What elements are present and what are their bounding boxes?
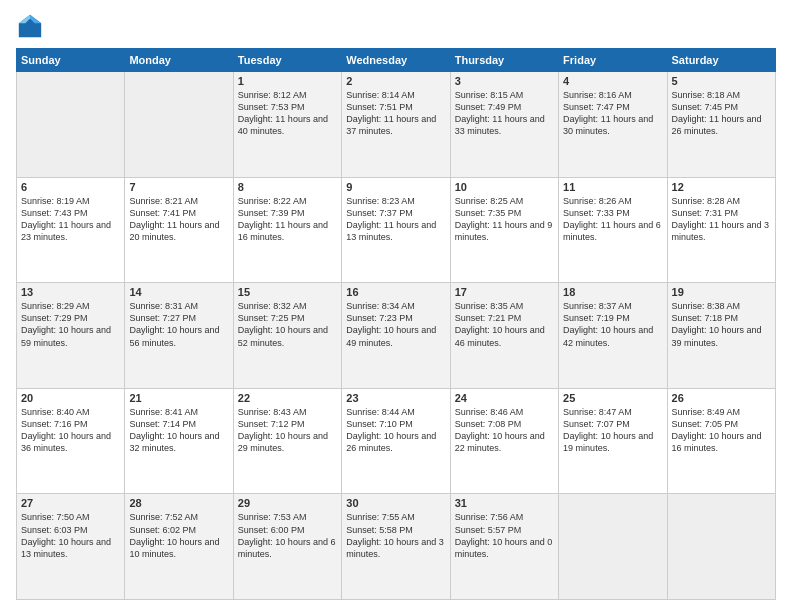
day-number: 9 (346, 181, 445, 193)
calendar-cell: 9Sunrise: 8:23 AMSunset: 7:37 PMDaylight… (342, 177, 450, 283)
day-info: Sunrise: 8:46 AMSunset: 7:08 PMDaylight:… (455, 406, 554, 455)
calendar-cell: 21Sunrise: 8:41 AMSunset: 7:14 PMDayligh… (125, 388, 233, 494)
day-info: Sunrise: 8:18 AMSunset: 7:45 PMDaylight:… (672, 89, 771, 138)
day-number: 10 (455, 181, 554, 193)
day-info: Sunrise: 8:31 AMSunset: 7:27 PMDaylight:… (129, 300, 228, 349)
day-number: 16 (346, 286, 445, 298)
calendar-cell: 18Sunrise: 8:37 AMSunset: 7:19 PMDayligh… (559, 283, 667, 389)
day-number: 31 (455, 497, 554, 509)
day-number: 13 (21, 286, 120, 298)
day-number: 2 (346, 75, 445, 87)
day-number: 20 (21, 392, 120, 404)
page: SundayMondayTuesdayWednesdayThursdayFrid… (0, 0, 792, 612)
day-info: Sunrise: 7:55 AMSunset: 5:58 PMDaylight:… (346, 511, 445, 560)
day-number: 6 (21, 181, 120, 193)
day-info: Sunrise: 8:44 AMSunset: 7:10 PMDaylight:… (346, 406, 445, 455)
day-info: Sunrise: 8:41 AMSunset: 7:14 PMDaylight:… (129, 406, 228, 455)
calendar-cell: 13Sunrise: 8:29 AMSunset: 7:29 PMDayligh… (17, 283, 125, 389)
calendar-row: 1Sunrise: 8:12 AMSunset: 7:53 PMDaylight… (17, 72, 776, 178)
day-number: 24 (455, 392, 554, 404)
day-number: 1 (238, 75, 337, 87)
calendar-cell: 10Sunrise: 8:25 AMSunset: 7:35 PMDayligh… (450, 177, 558, 283)
calendar-cell: 5Sunrise: 8:18 AMSunset: 7:45 PMDaylight… (667, 72, 775, 178)
day-info: Sunrise: 8:28 AMSunset: 7:31 PMDaylight:… (672, 195, 771, 244)
weekday-header: Tuesday (233, 49, 341, 72)
calendar-cell (17, 72, 125, 178)
calendar-cell: 4Sunrise: 8:16 AMSunset: 7:47 PMDaylight… (559, 72, 667, 178)
day-info: Sunrise: 8:49 AMSunset: 7:05 PMDaylight:… (672, 406, 771, 455)
weekday-header: Thursday (450, 49, 558, 72)
day-info: Sunrise: 8:38 AMSunset: 7:18 PMDaylight:… (672, 300, 771, 349)
calendar-cell: 26Sunrise: 8:49 AMSunset: 7:05 PMDayligh… (667, 388, 775, 494)
calendar-cell: 14Sunrise: 8:31 AMSunset: 7:27 PMDayligh… (125, 283, 233, 389)
calendar-cell: 12Sunrise: 8:28 AMSunset: 7:31 PMDayligh… (667, 177, 775, 283)
calendar-cell: 16Sunrise: 8:34 AMSunset: 7:23 PMDayligh… (342, 283, 450, 389)
calendar-cell: 20Sunrise: 8:40 AMSunset: 7:16 PMDayligh… (17, 388, 125, 494)
day-info: Sunrise: 8:32 AMSunset: 7:25 PMDaylight:… (238, 300, 337, 349)
day-info: Sunrise: 8:16 AMSunset: 7:47 PMDaylight:… (563, 89, 662, 138)
day-info: Sunrise: 8:47 AMSunset: 7:07 PMDaylight:… (563, 406, 662, 455)
calendar-cell: 11Sunrise: 8:26 AMSunset: 7:33 PMDayligh… (559, 177, 667, 283)
day-info: Sunrise: 8:21 AMSunset: 7:41 PMDaylight:… (129, 195, 228, 244)
day-number: 25 (563, 392, 662, 404)
day-info: Sunrise: 8:25 AMSunset: 7:35 PMDaylight:… (455, 195, 554, 244)
day-info: Sunrise: 8:37 AMSunset: 7:19 PMDaylight:… (563, 300, 662, 349)
day-number: 17 (455, 286, 554, 298)
calendar-cell: 25Sunrise: 8:47 AMSunset: 7:07 PMDayligh… (559, 388, 667, 494)
calendar-cell: 2Sunrise: 8:14 AMSunset: 7:51 PMDaylight… (342, 72, 450, 178)
calendar-cell: 30Sunrise: 7:55 AMSunset: 5:58 PMDayligh… (342, 494, 450, 600)
calendar-cell (125, 72, 233, 178)
calendar-cell: 8Sunrise: 8:22 AMSunset: 7:39 PMDaylight… (233, 177, 341, 283)
day-number: 8 (238, 181, 337, 193)
day-info: Sunrise: 8:19 AMSunset: 7:43 PMDaylight:… (21, 195, 120, 244)
day-info: Sunrise: 8:15 AMSunset: 7:49 PMDaylight:… (455, 89, 554, 138)
logo-icon (16, 12, 44, 40)
day-info: Sunrise: 8:43 AMSunset: 7:12 PMDaylight:… (238, 406, 337, 455)
day-info: Sunrise: 8:34 AMSunset: 7:23 PMDaylight:… (346, 300, 445, 349)
calendar-cell (559, 494, 667, 600)
calendar-cell: 23Sunrise: 8:44 AMSunset: 7:10 PMDayligh… (342, 388, 450, 494)
calendar-cell: 29Sunrise: 7:53 AMSunset: 6:00 PMDayligh… (233, 494, 341, 600)
calendar-cell: 24Sunrise: 8:46 AMSunset: 7:08 PMDayligh… (450, 388, 558, 494)
day-number: 30 (346, 497, 445, 509)
day-number: 26 (672, 392, 771, 404)
day-number: 3 (455, 75, 554, 87)
calendar-row: 13Sunrise: 8:29 AMSunset: 7:29 PMDayligh… (17, 283, 776, 389)
calendar-cell: 28Sunrise: 7:52 AMSunset: 6:02 PMDayligh… (125, 494, 233, 600)
day-info: Sunrise: 8:26 AMSunset: 7:33 PMDaylight:… (563, 195, 662, 244)
calendar-cell: 31Sunrise: 7:56 AMSunset: 5:57 PMDayligh… (450, 494, 558, 600)
weekday-header-row: SundayMondayTuesdayWednesdayThursdayFrid… (17, 49, 776, 72)
calendar-cell: 7Sunrise: 8:21 AMSunset: 7:41 PMDaylight… (125, 177, 233, 283)
calendar-cell: 6Sunrise: 8:19 AMSunset: 7:43 PMDaylight… (17, 177, 125, 283)
weekday-header: Sunday (17, 49, 125, 72)
calendar-cell: 22Sunrise: 8:43 AMSunset: 7:12 PMDayligh… (233, 388, 341, 494)
weekday-header: Friday (559, 49, 667, 72)
calendar-cell: 1Sunrise: 8:12 AMSunset: 7:53 PMDaylight… (233, 72, 341, 178)
header (16, 12, 776, 40)
calendar-cell: 3Sunrise: 8:15 AMSunset: 7:49 PMDaylight… (450, 72, 558, 178)
day-number: 4 (563, 75, 662, 87)
day-info: Sunrise: 7:53 AMSunset: 6:00 PMDaylight:… (238, 511, 337, 560)
logo (16, 12, 48, 40)
day-number: 21 (129, 392, 228, 404)
day-number: 7 (129, 181, 228, 193)
day-number: 23 (346, 392, 445, 404)
day-number: 14 (129, 286, 228, 298)
day-number: 15 (238, 286, 337, 298)
day-number: 18 (563, 286, 662, 298)
day-info: Sunrise: 7:50 AMSunset: 6:03 PMDaylight:… (21, 511, 120, 560)
day-info: Sunrise: 8:35 AMSunset: 7:21 PMDaylight:… (455, 300, 554, 349)
day-info: Sunrise: 8:29 AMSunset: 7:29 PMDaylight:… (21, 300, 120, 349)
day-info: Sunrise: 8:23 AMSunset: 7:37 PMDaylight:… (346, 195, 445, 244)
weekday-header: Wednesday (342, 49, 450, 72)
day-number: 27 (21, 497, 120, 509)
calendar-cell: 19Sunrise: 8:38 AMSunset: 7:18 PMDayligh… (667, 283, 775, 389)
calendar-cell: 27Sunrise: 7:50 AMSunset: 6:03 PMDayligh… (17, 494, 125, 600)
day-info: Sunrise: 8:12 AMSunset: 7:53 PMDaylight:… (238, 89, 337, 138)
calendar-cell: 17Sunrise: 8:35 AMSunset: 7:21 PMDayligh… (450, 283, 558, 389)
day-number: 19 (672, 286, 771, 298)
day-number: 12 (672, 181, 771, 193)
day-number: 5 (672, 75, 771, 87)
day-info: Sunrise: 7:56 AMSunset: 5:57 PMDaylight:… (455, 511, 554, 560)
day-number: 29 (238, 497, 337, 509)
